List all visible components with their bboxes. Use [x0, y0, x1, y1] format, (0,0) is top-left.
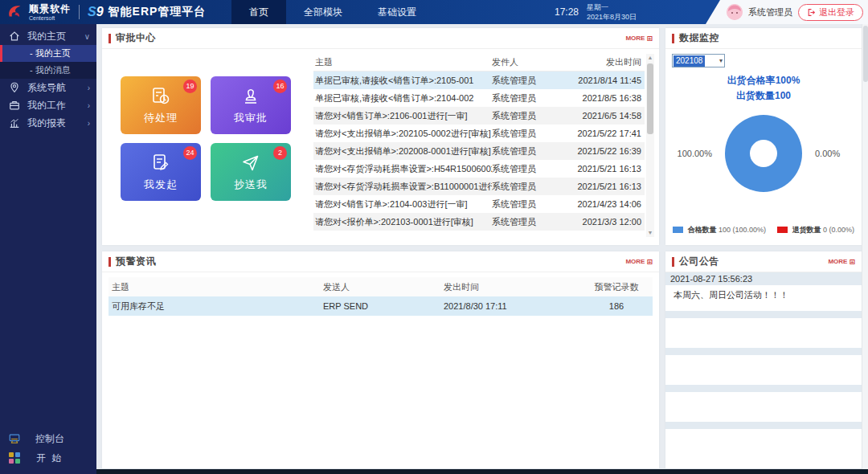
approval-panel-header: 审批中心 MORE ⊞ [102, 28, 659, 49]
row-sender: 系统管理员 [492, 181, 563, 193]
sidebar: 我的主页 ∨ - 我的主页 - 我的消息 系统导航 › 我的工作 › [0, 24, 96, 474]
notice-list: 2021-08-27 15:56:23 本周六、周日公司活动！！！ [665, 272, 862, 459]
approval-center-panel: 审批中心 MORE ⊞ 19 待处理 [102, 28, 659, 245]
page-scrollbar-thumb[interactable] [863, 26, 868, 82]
sidebar-item-my-home[interactable]: 我的主页 ∨ [0, 27, 96, 45]
table-row[interactable]: 请您对<存货浮动耗损率设置>:B11000001进行[审核] 系统管理员 202… [313, 178, 645, 195]
period-select[interactable]: 202108 ▾ [672, 54, 725, 67]
nav-tab-basic-settings[interactable]: 基础设置 [360, 0, 434, 24]
briefcase-icon [8, 99, 21, 112]
clock-date: 星期一 2021年8月30日 [587, 2, 637, 22]
sidebar-subitem-my-messages[interactable]: - 我的消息 [0, 62, 96, 79]
approval-table-header: 主题 发件人 发出时间 [313, 54, 645, 72]
sidebar-item-label: 系统导航 [27, 81, 66, 95]
user-avatar[interactable] [727, 4, 743, 20]
approval-table-scrollbar[interactable]: ▲ ▼ [646, 54, 654, 237]
sidebar-subitem-my-home[interactable]: - 我的主页 [0, 45, 96, 62]
more-icon: ⊞ [849, 258, 855, 266]
sidebar-item-my-reports[interactable]: 我的报表 › [0, 114, 96, 132]
more-icon: ⊞ [646, 258, 653, 266]
row-alert-count: 186 [580, 301, 653, 311]
col-alert-count: 预警记录数 [580, 281, 653, 293]
alerts-table: 主题 发送人 发出时间 预警记录数 可用库存不足 ERP SEND 2021/8… [108, 277, 653, 316]
scroll-up-icon[interactable]: ▲ [646, 54, 654, 62]
table-row[interactable]: 请您对<支出报销单>:202105-0002进行[审核] 系统管理员 2021/… [313, 125, 645, 142]
start-button[interactable]: 开 始 [0, 448, 96, 468]
logout-button[interactable]: 退出登录 [798, 4, 863, 21]
chevron-right-icon: › [88, 101, 90, 110]
brand-name-en: Centersoft [29, 15, 71, 21]
console-button[interactable]: 控制台 [0, 429, 96, 448]
sidebar-item-system-nav[interactable]: 系统导航 › [0, 79, 96, 96]
approval-more-link[interactable]: MORE ⊞ [625, 35, 653, 43]
tile-pending[interactable]: 19 待处理 [121, 76, 201, 134]
donut-left-label: 100.00% [667, 149, 712, 158]
notice-panel-header: 公司公告 MORE ⊞ [665, 251, 862, 272]
sidebar-footer: 控制台 开 始 [0, 429, 96, 468]
row-subject: 请您对<支出报销单>:202008-0001进行[审核] [313, 145, 492, 157]
ship-qty-text: 出货数量100 [665, 88, 862, 104]
console-monitor-icon [8, 432, 21, 445]
row-time: 2021/8/30 17:11 [444, 301, 580, 311]
title-accent-bar [672, 257, 674, 267]
alerts-more-link[interactable]: MORE ⊞ [625, 258, 653, 266]
row-time: 2021/8/14 11:45 [563, 76, 645, 85]
approval-table-body: 单据已审核,请接收<销售订单>:2105-001 系统管理员 2021/8/14… [313, 72, 645, 231]
approval-table: 主题 发件人 发出时间 单据已审核,请接收<销售订单>:2105-001 系统管… [313, 54, 645, 237]
tile-cc-to-me[interactable]: 2 抄送我 [211, 143, 291, 201]
logout-label: 退出登录 [819, 6, 854, 18]
row-subject: 请您对<销售订单>:2104-003进行[一审] [313, 198, 492, 210]
brand-area: 顺景软件 Centersoft S9 智能ERP管理平台 [6, 0, 206, 24]
tile-my-approvals[interactable]: 16 我审批 [211, 76, 291, 134]
notice-empty-body [665, 355, 862, 385]
nav-tab-all-modules[interactable]: 全部模块 [286, 0, 360, 24]
brand-name-cn: 顺景软件 [29, 4, 71, 14]
donut-chart-area: 100.00% 0.00% [665, 115, 862, 192]
paper-plane-icon [240, 153, 261, 174]
notice-empty-body [665, 429, 862, 459]
notice-item[interactable]: 2021-08-27 15:56:23 本周六、周日公司活动！！！ [665, 272, 862, 311]
table-row[interactable]: 单据已审核,请接收<销售订单>:2105-001 系统管理员 2021/8/14… [313, 72, 645, 89]
row-subject: 请您对<支出报销单>:202105-0002进行[审核] [313, 128, 492, 140]
notice-empty-body [665, 318, 862, 348]
chevron-down-icon: ∨ [84, 32, 90, 41]
scrollbar-thumb[interactable] [647, 63, 653, 134]
tile-started-by-me[interactable]: 24 我发起 [121, 143, 201, 201]
approval-tiles: 19 待处理 16 我审批 [121, 76, 291, 201]
notice-item-empty [665, 311, 862, 348]
user-area: 系统管理员 退出登录 [727, 0, 863, 24]
notice-empty-date-bar [665, 311, 862, 318]
dropdown-arrow-icon: ▾ [719, 57, 723, 64]
notice-more-link[interactable]: MORE ⊞ [828, 258, 855, 266]
row-sender: 系统管理员 [492, 75, 563, 87]
sidebar-item-my-work[interactable]: 我的工作 › [0, 96, 96, 114]
row-time: 2021/3/3 12:00 [563, 217, 645, 227]
home-icon [8, 30, 21, 43]
table-row[interactable]: 请您对<支出报销单>:202008-0001进行[审核] 系统管理员 2021/… [313, 142, 645, 160]
cc-count-badge: 2 [273, 146, 287, 160]
data-monitor-panel: 数据监控 202108 ▾ 出货合格率100% 出货数量100 100.00% … [665, 28, 862, 245]
monitor-kpi-text: 出货合格率100% 出货数量100 [665, 73, 862, 104]
brand-text: 顺景软件 Centersoft [29, 4, 71, 21]
table-row[interactable]: 请您对<销售订单>:2106-001进行[一审] 系统管理员 2021/6/5 … [313, 107, 645, 125]
table-row[interactable]: 请您对<销售订单>:2104-003进行[一审] 系统管理员 2021/4/23… [313, 195, 645, 213]
row-subject: 单据已审核,请接收<销售订单>:2104-002 [313, 92, 492, 104]
table-row[interactable]: 请您对<报价单>:202103-0001进行[审核] 系统管理员 2021/3/… [313, 213, 645, 231]
chart-icon [8, 116, 21, 129]
title-accent-bar [672, 34, 674, 43]
row-time: 2021/4/23 14:06 [563, 199, 645, 209]
logo-divider [79, 5, 80, 19]
table-row[interactable]: 单据已审核,请接收<销售订单>:2104-002 系统管理员 2021/8/5 … [313, 89, 645, 107]
row-subject: 请您对<存货浮动耗损率设置>:H54R15006002进行[审核] [313, 163, 492, 175]
row-subject: 请您对<存货浮动耗损率设置>:B11000001进行[审核] [313, 181, 492, 193]
table-row[interactable]: 可用库存不足 ERP SEND 2021/8/30 17:11 186 [108, 296, 653, 316]
nav-tab-home[interactable]: 首页 [231, 0, 286, 24]
doc-edit-icon [150, 153, 171, 174]
sidebar-item-label: 我的主页 [27, 30, 66, 43]
table-row[interactable]: 请您对<存货浮动耗损率设置>:H54R15006002进行[审核] 系统管理员 … [313, 160, 645, 178]
scroll-down-icon[interactable]: ▼ [646, 229, 654, 237]
row-time: 2021/5/22 17:41 [563, 129, 645, 138]
legend-swatch-blue [673, 227, 683, 233]
page-scrollbar[interactable] [862, 24, 868, 474]
top-header: 顺景软件 Centersoft S9 智能ERP管理平台 首页 全部模块 基础设… [0, 0, 868, 24]
